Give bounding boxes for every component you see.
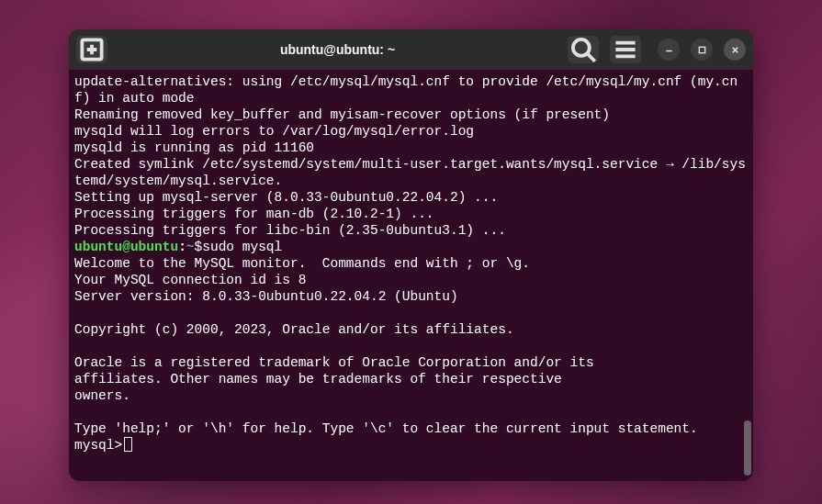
terminal-scrollbar[interactable] <box>744 420 751 476</box>
svg-point-1 <box>573 39 590 56</box>
hamburger-menu-button[interactable] <box>610 36 641 63</box>
terminal-output-pre: update-alternatives: using /etc/mysql/my… <box>74 73 748 239</box>
close-button[interactable] <box>724 39 746 61</box>
svg-rect-2 <box>699 47 704 52</box>
hamburger-icon <box>610 34 641 65</box>
terminal-window: ubuntu@ubuntu: ~ <box>69 29 753 481</box>
new-tab-button[interactable] <box>76 36 107 63</box>
minimize-button[interactable] <box>658 39 680 61</box>
mysql-prompt-line: mysql> <box>74 437 748 454</box>
window-title: ubuntu@ubuntu: ~ <box>115 42 560 57</box>
prompt-user-host: ubuntu@ubuntu <box>74 239 178 255</box>
terminal-output-post: Welcome to the MySQL monitor. Commands e… <box>74 255 748 437</box>
terminal-content-area[interactable]: update-alternatives: using /etc/mysql/my… <box>69 70 753 481</box>
prompt-colon: : <box>178 239 186 255</box>
search-icon <box>568 34 599 65</box>
search-button[interactable] <box>568 36 599 63</box>
shell-prompt-line: ubuntu@ubuntu:~$ sudo mysql <box>74 239 748 255</box>
prompt-command: sudo mysql <box>202 239 282 255</box>
new-tab-icon <box>76 34 107 65</box>
maximize-icon <box>697 45 707 55</box>
mysql-prompt-label: mysql> <box>74 437 122 454</box>
terminal-cursor <box>124 437 132 452</box>
minimize-icon <box>664 45 674 55</box>
close-icon <box>730 45 740 55</box>
window-titlebar: ubuntu@ubuntu: ~ <box>69 29 753 70</box>
prompt-path: ~ <box>186 239 195 255</box>
maximize-button[interactable] <box>691 39 713 61</box>
prompt-dollar: $ <box>195 239 203 255</box>
